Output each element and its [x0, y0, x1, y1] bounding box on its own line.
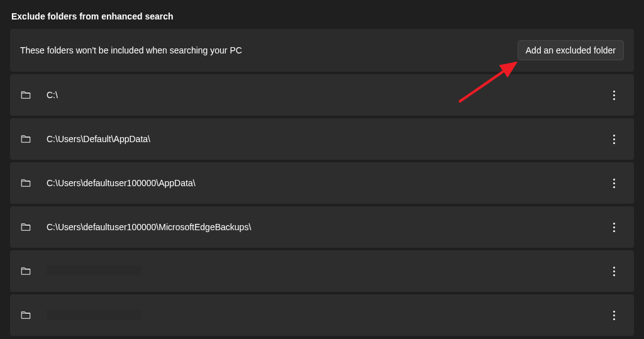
folder-icon	[20, 133, 31, 145]
more-options-button[interactable]	[604, 173, 624, 193]
redacted-path	[47, 309, 141, 320]
folder-path	[47, 265, 604, 277]
folder-path	[47, 309, 604, 321]
section-description: These folders won't be included when sea…	[20, 45, 242, 55]
more-options-button[interactable]	[604, 261, 624, 281]
excluded-folder-list: C:\C:\Users\Default\AppData\C:\Users\def…	[10, 74, 634, 336]
more-options-button[interactable]	[604, 129, 624, 149]
folder-row[interactable]: C:\Users\defaultuser100000\MicrosoftEdge…	[10, 206, 634, 248]
more-vertical-icon	[613, 311, 615, 320]
folder-path: C:\	[47, 90, 604, 100]
folder-row[interactable]	[10, 250, 634, 292]
folder-row[interactable]	[10, 294, 634, 336]
folder-icon	[20, 177, 31, 189]
header-row: These folders won't be included when sea…	[10, 29, 634, 72]
section-title: Exclude folders from enhanced search	[10, 11, 634, 21]
folder-path: C:\Users\Default\AppData\	[47, 134, 604, 144]
add-excluded-folder-button[interactable]: Add an excluded folder	[518, 40, 624, 60]
folder-icon	[20, 309, 31, 321]
folder-row[interactable]: C:\	[10, 74, 634, 116]
more-vertical-icon	[613, 267, 615, 276]
folder-icon	[20, 89, 31, 101]
folder-row[interactable]: C:\Users\Default\AppData\	[10, 118, 634, 160]
more-vertical-icon	[613, 91, 615, 100]
more-vertical-icon	[613, 179, 615, 188]
more-options-button[interactable]	[604, 305, 624, 325]
more-vertical-icon	[613, 223, 615, 232]
more-options-button[interactable]	[604, 85, 624, 105]
folder-icon	[20, 265, 31, 277]
more-options-button[interactable]	[604, 217, 624, 237]
folder-row[interactable]: C:\Users\defaultuser100000\AppData\	[10, 162, 634, 204]
redacted-path	[47, 265, 141, 275]
folder-path: C:\Users\defaultuser100000\AppData\	[47, 178, 604, 188]
folder-icon	[20, 221, 31, 233]
folder-path: C:\Users\defaultuser100000\MicrosoftEdge…	[47, 222, 604, 232]
more-vertical-icon	[613, 135, 615, 144]
